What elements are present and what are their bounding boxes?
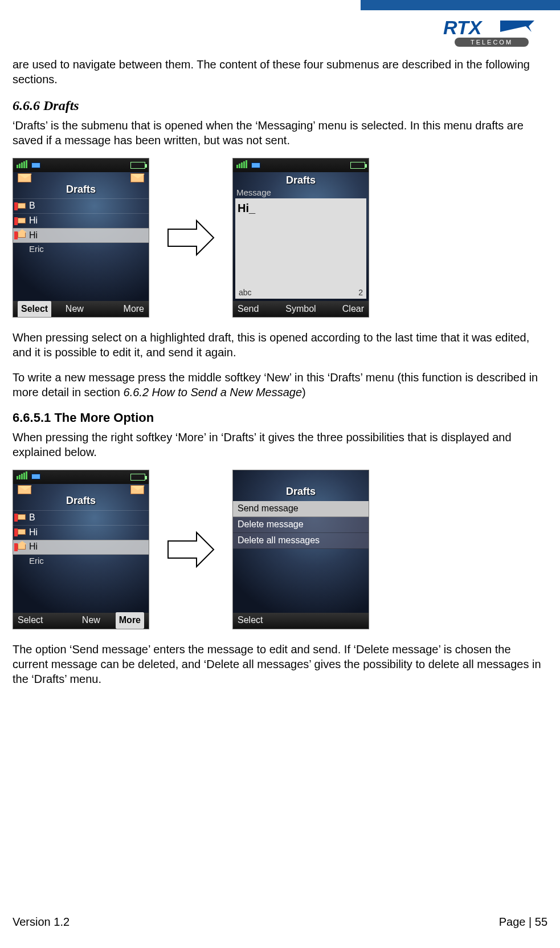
envelope-icon (130, 173, 144, 182)
drafts-new-paragraph: To write a new message press the middle … (13, 370, 547, 400)
softkey-clear[interactable]: Clear (322, 303, 364, 315)
softkey-bar: Select New More (13, 301, 149, 317)
battery-icon (130, 474, 145, 481)
section-heading-drafts: 6.6.6 Drafts (13, 97, 547, 115)
list-item-sublabel: Eric (13, 555, 149, 567)
drafts-description: ‘Drafts’ is the submenu that is opened w… (13, 118, 547, 148)
softkey-new[interactable]: New (67, 615, 116, 626)
phone-drafts-list-more: Drafts B Hi Hi Eric Select New (13, 470, 149, 629)
message-icon (31, 474, 40, 479)
draft-icon (15, 512, 27, 523)
phone-draft-editor: Drafts Message Hi_ abc 2 Send Symbol Cle… (232, 158, 369, 318)
menu-item-send-message[interactable]: Send message (233, 501, 369, 517)
softkey-bar: Select (233, 613, 369, 629)
page-number: Page | 55 (499, 916, 547, 929)
page-content: are used to navigate between them. The c… (13, 57, 547, 697)
figure-drafts-to-more: Drafts B Hi Hi Eric Select New (13, 470, 547, 629)
message-icon (31, 162, 40, 168)
softkey-new[interactable]: New (51, 303, 97, 315)
section-heading-more-option: 6.6.5.1 The More Option (13, 410, 547, 426)
list-item[interactable]: B (13, 510, 149, 525)
message-text: Hi_ (235, 198, 366, 218)
list-item-selected[interactable]: Hi (13, 228, 149, 243)
header-accent-bar (361, 0, 560, 10)
list-item-label: B (29, 512, 35, 524)
page-footer: Version 1.2 Page | 55 (13, 916, 547, 929)
arrow-icon (165, 530, 216, 569)
screen-title: Drafts (233, 484, 369, 501)
list-item-selected[interactable]: Hi (13, 540, 149, 555)
envelope-icon (18, 485, 31, 494)
status-bar (13, 158, 149, 172)
figure-drafts-to-editor: Drafts B Hi Hi Eric Select New (13, 158, 547, 318)
battery-icon (350, 162, 365, 169)
field-label-message: Message (236, 187, 271, 198)
menu-item-delete-message[interactable]: Delete message (233, 517, 369, 533)
more-option-explanation: The option ‘Send message’ enters the mes… (13, 642, 547, 686)
softkey-symbol[interactable]: Symbol (280, 303, 322, 315)
more-options-list: Send message Delete message Delete all m… (233, 501, 369, 549)
list-item-label: Hi (29, 541, 38, 553)
more-option-intro: When pressing the right softkey ‘More’ i… (13, 430, 547, 459)
phone-more-menu: Drafts Send message Delete message Delet… (232, 470, 369, 629)
list-item-label: Hi (29, 230, 38, 242)
arrow-icon (165, 218, 216, 258)
drafts-items: B Hi Hi Eric (13, 510, 149, 567)
list-item[interactable]: Hi (13, 213, 149, 228)
draft-open-icon (15, 542, 27, 552)
signal-icon (17, 471, 28, 479)
list-item-sublabel: Eric (13, 243, 149, 255)
list-item[interactable]: B (13, 198, 149, 213)
phone-drafts-list: Drafts B Hi Hi Eric Select New (13, 158, 149, 318)
status-bar (233, 158, 369, 172)
banner-icons (13, 485, 149, 494)
softkey-more[interactable]: More (98, 303, 144, 315)
draft-icon (15, 527, 27, 538)
signal-icon (236, 160, 248, 168)
version-label: Version 1.2 (13, 916, 70, 929)
list-item[interactable]: Hi (13, 525, 149, 540)
list-item-label: Hi (29, 527, 38, 539)
banner-icons (13, 173, 149, 182)
softkey-bar: Send Symbol Clear (233, 301, 369, 317)
draft-open-icon (15, 230, 27, 241)
logo-text: RTX (443, 17, 483, 38)
draft-icon (15, 216, 27, 226)
softkey-send[interactable]: Send (238, 303, 280, 315)
softkey-select[interactable]: Select (18, 615, 67, 626)
drafts-select-paragraph: When pressing select on a highlighted dr… (13, 330, 547, 360)
brand-logo: RTX TELECOM (443, 16, 543, 50)
draft-icon (15, 201, 27, 211)
softkey-select[interactable]: Select (18, 301, 51, 318)
list-item-label: Hi (29, 215, 38, 227)
message-icon (251, 162, 260, 168)
char-count: 2 (358, 287, 363, 298)
envelope-icon (130, 485, 144, 494)
signal-icon (17, 160, 28, 168)
status-bar (13, 470, 149, 484)
input-mode-indicator: abc (239, 287, 252, 298)
drafts-items: B Hi Hi Eric (13, 198, 149, 255)
logo-subtext: TELECOM (471, 39, 513, 46)
message-textarea[interactable]: Hi_ abc 2 (235, 198, 366, 299)
menu-item-delete-all[interactable]: Delete all messages (233, 533, 369, 549)
softkey-select[interactable]: Select (238, 615, 280, 626)
envelope-icon (18, 173, 31, 182)
softkey-bar: Select New More (13, 613, 149, 629)
softkey-more[interactable]: More (116, 612, 144, 629)
intro-paragraph: are used to navigate between them. The c… (13, 57, 547, 87)
list-item-label: B (29, 200, 35, 212)
battery-icon (130, 162, 145, 169)
